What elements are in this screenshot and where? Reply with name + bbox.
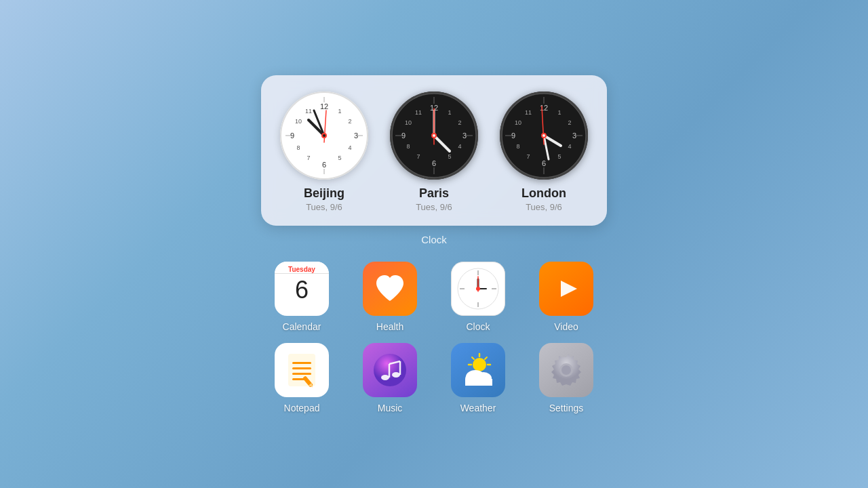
- svg-text:12: 12: [540, 104, 548, 112]
- svg-text:6: 6: [432, 159, 436, 167]
- svg-text:11: 11: [525, 109, 532, 116]
- calendar-label: Calendar: [283, 321, 321, 332]
- calendar-day-name: Tuesday: [275, 266, 329, 273]
- svg-text:10: 10: [515, 119, 521, 126]
- paris-label: Paris Tues, 9/6: [416, 186, 452, 212]
- weather-label: Weather: [460, 403, 496, 413]
- svg-text:2: 2: [348, 118, 351, 125]
- svg-line-96: [485, 357, 487, 359]
- svg-text:10: 10: [405, 119, 412, 126]
- app-item-video[interactable]: Video: [529, 262, 604, 332]
- svg-rect-77: [288, 354, 315, 386]
- video-icon[interactable]: [539, 262, 593, 316]
- svg-text:7: 7: [307, 155, 310, 161]
- svg-point-43: [433, 134, 435, 137]
- clock-face-london: 12 6 9 3 1 2 4 5 11 10 8 7: [500, 92, 588, 180]
- svg-point-86: [392, 372, 400, 378]
- beijing-date: Tues, 9/6: [304, 202, 344, 212]
- svg-text:10: 10: [295, 118, 302, 125]
- clock-face-beijing: 12 6 9 3 1 2 4 5 11 10 8 7: [280, 92, 368, 180]
- svg-text:8: 8: [406, 143, 410, 150]
- calendar-icon[interactable]: Tuesday 6: [275, 262, 329, 316]
- svg-text:2: 2: [458, 119, 461, 126]
- svg-text:11: 11: [415, 109, 422, 116]
- london-label: London Tues, 9/6: [521, 186, 566, 212]
- svg-rect-80: [292, 373, 311, 375]
- svg-point-85: [381, 375, 389, 380]
- svg-point-90: [473, 358, 486, 371]
- svg-text:1: 1: [338, 108, 341, 115]
- weather-icon[interactable]: [451, 343, 505, 397]
- clock-item-paris: 12 6 9 3 1 2 4 5 11 10 8 7: [390, 92, 478, 212]
- svg-text:8: 8: [516, 143, 519, 150]
- london-date: Tues, 9/6: [521, 202, 566, 212]
- svg-marker-76: [561, 281, 577, 297]
- svg-text:3: 3: [462, 131, 467, 140]
- svg-text:4: 4: [458, 143, 461, 150]
- beijing-label: Beijing Tues, 9/6: [304, 186, 344, 212]
- svg-line-95: [472, 357, 474, 359]
- settings-icon[interactable]: [539, 343, 593, 397]
- svg-rect-79: [292, 367, 311, 369]
- svg-text:4: 4: [348, 144, 351, 151]
- app-item-health[interactable]: Health: [353, 262, 427, 332]
- svg-text:2: 2: [568, 119, 571, 126]
- svg-text:6: 6: [322, 161, 326, 169]
- svg-point-102: [561, 365, 571, 375]
- svg-point-75: [476, 287, 480, 291]
- app-item-weather[interactable]: Weather: [441, 343, 515, 413]
- svg-text:1: 1: [557, 109, 561, 116]
- clock-face-paris: 12 6 9 3 1 2 4 5 11 10 8 7: [390, 92, 478, 180]
- svg-point-66: [542, 134, 545, 137]
- app-item-notepad[interactable]: Notepad: [264, 343, 339, 413]
- svg-text:7: 7: [526, 153, 530, 160]
- svg-text:5: 5: [448, 153, 451, 160]
- svg-text:5: 5: [338, 155, 341, 161]
- music-icon[interactable]: [363, 343, 417, 397]
- health-icon[interactable]: [363, 262, 417, 316]
- app-grid: Tuesday 6 Calendar Health: [264, 262, 604, 413]
- music-label: Music: [378, 403, 403, 413]
- svg-text:1: 1: [448, 109, 451, 116]
- paris-city: Paris: [416, 186, 452, 201]
- main-container: 12 6 9 3 1 2 4 5 11 10 8 7: [261, 75, 607, 413]
- app-item-calendar[interactable]: Tuesday 6 Calendar: [264, 262, 339, 332]
- svg-text:9: 9: [290, 131, 294, 140]
- calendar-day-num: 6: [275, 274, 329, 308]
- video-label: Video: [554, 321, 578, 332]
- health-label: Health: [376, 321, 403, 332]
- svg-text:3: 3: [354, 131, 358, 140]
- beijing-city: Beijing: [304, 186, 344, 201]
- app-item-clock[interactable]: Clock: [441, 262, 515, 332]
- clock-app-icon[interactable]: [451, 262, 505, 316]
- svg-rect-100: [465, 379, 492, 386]
- svg-text:3: 3: [572, 131, 576, 140]
- svg-text:6: 6: [542, 159, 546, 167]
- svg-text:11: 11: [305, 108, 312, 115]
- widget-label: Clock: [421, 234, 447, 245]
- settings-label: Settings: [549, 403, 584, 413]
- clock-item-london: 12 6 9 3 1 2 4 5 11 10 8 7: [500, 92, 588, 212]
- clock-item-beijing: 12 6 9 3 1 2 4 5 11 10 8 7: [280, 92, 368, 212]
- svg-text:12: 12: [320, 102, 328, 110]
- london-city: London: [521, 186, 566, 201]
- svg-text:5: 5: [557, 153, 561, 160]
- app-item-settings[interactable]: Settings: [529, 343, 604, 413]
- svg-text:4: 4: [568, 143, 571, 150]
- paris-date: Tues, 9/6: [416, 202, 452, 212]
- clock-widget[interactable]: 12 6 9 3 1 2 4 5 11 10 8 7: [261, 75, 607, 226]
- svg-text:8: 8: [296, 144, 300, 151]
- app-item-music[interactable]: Music: [353, 343, 427, 413]
- notepad-label: Notepad: [284, 403, 320, 413]
- svg-text:9: 9: [401, 131, 406, 140]
- svg-rect-78: [292, 362, 311, 364]
- clock-app-label: Clock: [466, 321, 490, 332]
- svg-text:9: 9: [511, 131, 515, 140]
- notepad-icon[interactable]: [275, 343, 329, 397]
- svg-text:7: 7: [416, 153, 420, 160]
- svg-point-20: [323, 134, 326, 137]
